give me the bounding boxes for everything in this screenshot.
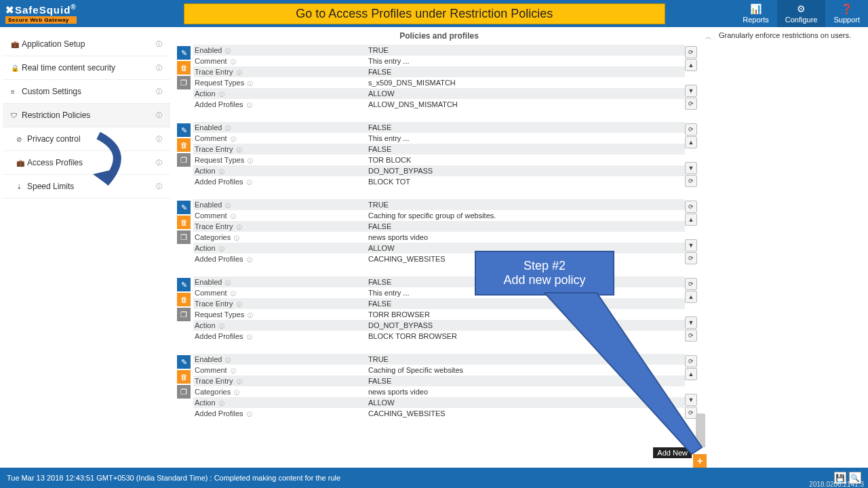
policy-row: Comment ⓘThis entry ... <box>193 56 685 66</box>
status-text: Tue Mar 13 2018 12:43:51 GMT+0530 (India… <box>7 474 340 482</box>
refresh-icon[interactable]: ⟳ <box>685 123 697 136</box>
policy-row: Added Profiles ⓘALLOW_DNS_MISMATCH <box>193 99 685 110</box>
edit-icon[interactable]: ✎ <box>177 123 191 137</box>
refresh-icon[interactable]: ⟳ <box>685 98 697 110</box>
refresh-icon[interactable]: ⟳ <box>685 175 697 187</box>
info-icon: ⓘ <box>231 291 236 297</box>
info-icon: ⓘ <box>237 302 242 308</box>
move-down-icon[interactable]: ▼ <box>685 317 697 329</box>
policy-row: Categories ⓘnews sports video <box>193 232 685 243</box>
move-down-icon[interactable]: ▼ <box>685 239 697 251</box>
delete-icon[interactable]: 🗑 <box>177 216 191 229</box>
row-key: Action ⓘ <box>193 321 368 330</box>
info-icon: ⓘ <box>248 312 253 319</box>
policy-card: ✎🗑❐Enabled ⓘTRUEComment ⓘCaching of Spec… <box>177 354 701 419</box>
row-key: Comment ⓘ <box>193 134 368 143</box>
menu-icon: 🔒 <box>11 64 22 72</box>
row-key: Trace Entry ⓘ <box>193 222 368 231</box>
policy-row: Request Types ⓘTORR BROWSER <box>193 309 685 320</box>
row-value: CACHING_WEBSITES <box>368 409 685 418</box>
move-up-icon[interactable]: ▲ <box>685 214 697 226</box>
sidebar-item-access-profiles[interactable]: 💼Access Profilesⓘ <box>3 151 170 175</box>
info-icon: ⓘ <box>237 379 242 385</box>
refresh-icon[interactable]: ⟳ <box>685 329 697 342</box>
move-down-icon[interactable]: ▼ <box>685 162 697 174</box>
move-up-icon[interactable]: ▲ <box>685 368 697 380</box>
clone-icon[interactable]: ❐ <box>177 230 191 244</box>
move-up-icon[interactable]: ▲ <box>685 291 697 303</box>
row-key: Comment ⓘ <box>193 211 368 220</box>
info-icon: ⓘ <box>234 235 239 241</box>
policy-row: Comment ⓘThis entry ... <box>193 287 685 298</box>
info-icon: ⓘ <box>237 224 242 230</box>
row-value: TRUE <box>368 355 685 363</box>
chart-icon: 📊 <box>750 3 762 14</box>
policy-row: Action ⓘALLOW <box>193 88 685 99</box>
info-icon: ⓘ <box>231 59 236 65</box>
clone-icon[interactable]: ❐ <box>177 308 191 321</box>
refresh-icon[interactable]: ⟳ <box>685 355 697 367</box>
info-icon: ⓘ <box>225 280 231 286</box>
policy-row: Enabled ⓘTRUE <box>193 199 685 210</box>
row-key: Added Profiles ⓘ <box>193 409 368 418</box>
row-key: Trace Entry ⓘ <box>193 300 368 308</box>
clone-icon[interactable]: ❐ <box>177 385 191 399</box>
row-value: This entry ... <box>368 289 685 297</box>
delete-icon[interactable]: 🗑 <box>177 293 191 306</box>
info-icon: ⓘ <box>247 102 252 108</box>
policy-row: Trace Entry ⓘFALSE <box>193 221 685 232</box>
move-down-icon[interactable]: ▼ <box>685 394 697 406</box>
scrollbar[interactable] <box>696 413 705 447</box>
section-title: Policies and profiles <box>177 30 701 45</box>
row-value: ALLOW_DNS_MISMATCH <box>368 100 685 108</box>
info-icon: ⓘ <box>219 246 224 252</box>
move-down-icon[interactable]: ▼ <box>685 85 697 97</box>
move-up-icon[interactable]: ▲ <box>685 136 697 148</box>
menu-icon: 🛡 <box>11 112 22 119</box>
policy-row: Added Profiles ⓘBLOCK TOT <box>193 176 685 187</box>
info-icon: ⓘ <box>219 169 224 175</box>
row-key: Added Profiles ⓘ <box>193 255 368 264</box>
banner: Go to Access Profiles under Restriction … <box>184 3 665 24</box>
sidebar-item-custom-settings[interactable]: ≡Custom Settingsⓘ <box>3 80 170 104</box>
add-tooltip: Add New <box>653 447 692 458</box>
sidebar-item-real-time-content-security[interactable]: 🔒Real time content securityⓘ <box>3 56 170 80</box>
chevron-up-icon[interactable]: ︿ <box>705 33 712 42</box>
delete-icon[interactable]: 🗑 <box>177 138 191 152</box>
refresh-icon[interactable]: ⟳ <box>685 252 697 264</box>
info-icon: ⓘ <box>225 48 231 54</box>
refresh-icon[interactable]: ⟳ <box>685 278 697 290</box>
edit-icon[interactable]: ✎ <box>177 355 191 369</box>
row-value: ALLOW <box>368 399 685 407</box>
sidebar-item-restriction-policies[interactable]: 🛡Restriction Policiesⓘ <box>3 104 170 127</box>
edit-icon[interactable]: ✎ <box>177 201 191 214</box>
sidebar-item-privacy-control[interactable]: ⊘Privacy controlⓘ <box>3 127 170 151</box>
refresh-icon[interactable]: ⟳ <box>685 201 697 213</box>
row-value: FALSE <box>368 123 685 131</box>
row-value: BLOCK TOT <box>368 178 685 186</box>
row-key: Comment ⓘ <box>193 57 368 66</box>
nav-support[interactable]: ❓Support <box>825 0 868 27</box>
sidebar-item-speed-limits[interactable]: ⇣Speed Limitsⓘ <box>3 175 170 199</box>
nav-reports[interactable]: 📊Reports <box>734 0 777 27</box>
delete-icon[interactable]: 🗑 <box>177 370 191 384</box>
move-up-icon[interactable]: ▲ <box>685 59 697 71</box>
delete-icon[interactable]: 🗑 <box>177 61 191 75</box>
row-key: Enabled ⓘ <box>193 278 368 287</box>
edit-icon[interactable]: ✎ <box>177 46 191 60</box>
policy-row: Request Types ⓘs_x509_DNS_MISMATCH <box>193 77 685 88</box>
clone-icon[interactable]: ❐ <box>177 76 191 89</box>
row-value: This entry ... <box>368 134 685 142</box>
refresh-icon[interactable]: ⟳ <box>685 46 697 58</box>
row-value: TORR BROWSER <box>368 310 685 319</box>
edit-icon[interactable]: ✎ <box>177 278 191 291</box>
policy-row: Action ⓘDO_NOT_BYPASS <box>193 165 685 176</box>
row-value: FALSE <box>368 300 685 308</box>
clone-icon[interactable]: ❐ <box>177 153 191 167</box>
row-value: FALSE <box>368 278 685 286</box>
info-icon: ⓘ <box>248 81 253 87</box>
sidebar-item-application-setup[interactable]: 💼Application Setupⓘ <box>3 33 170 56</box>
nav-configure[interactable]: ⚙Configure <box>777 0 826 27</box>
add-button[interactable]: + <box>693 454 707 468</box>
policy-row: Added Profiles ⓘCACHING_WEBSITES <box>193 408 685 419</box>
